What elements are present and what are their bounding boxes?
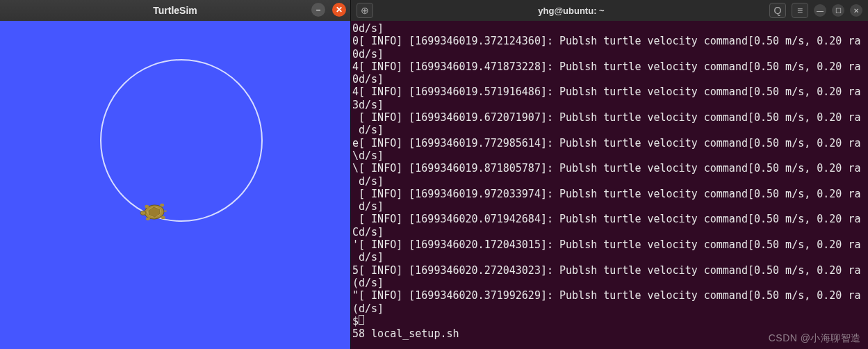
minimize-button[interactable]: – [311, 3, 325, 17]
minimize-button[interactable]: — [814, 4, 826, 17]
turtle-sprite [138, 199, 171, 225]
turtlesim-titlebar[interactable]: TurtleSim – ✕ [0, 0, 350, 21]
svg-point-2 [140, 211, 146, 216]
turtle-path [100, 59, 263, 222]
terminal-output[interactable]: 0d/s] 0[ INFO] [1699346019.372124360]: P… [351, 21, 868, 349]
menu-button[interactable]: ≡ [792, 3, 808, 18]
terminal-window: ⊕ yhg@ubuntu: ~ Q ≡ — ☐ ✕ 0d/s] 0[ INFO]… [350, 0, 868, 349]
close-button[interactable]: ✕ [332, 3, 346, 17]
terminal-titlebar[interactable]: ⊕ yhg@ubuntu: ~ Q ≡ — ☐ ✕ [351, 0, 868, 21]
watermark: CSDN @小海聊智造 [769, 332, 861, 345]
turtlesim-title: TurtleSim [0, 5, 350, 16]
close-button[interactable]: ✕ [850, 4, 862, 17]
turtlesim-window: TurtleSim – ✕ [0, 0, 350, 349]
terminal-title: yhg@ubuntu: ~ [380, 6, 762, 16]
maximize-button[interactable]: ☐ [832, 4, 844, 17]
search-button[interactable]: Q [769, 3, 786, 18]
new-tab-button[interactable]: ⊕ [357, 3, 373, 18]
window-controls: – ✕ [311, 3, 346, 17]
turtle-canvas [0, 21, 350, 349]
